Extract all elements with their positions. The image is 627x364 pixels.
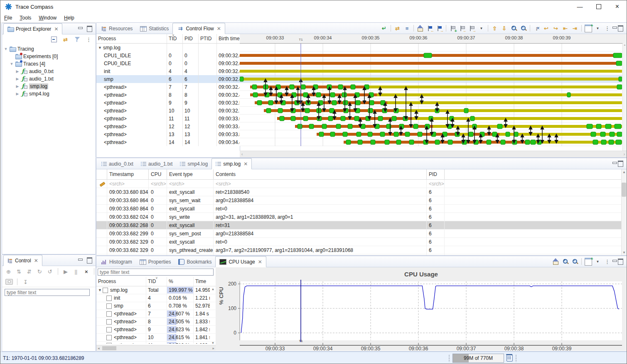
pause-button[interactable]: ||	[72, 267, 80, 276]
process-row-pthread-13[interactable]: <pthread>131309:00:33.8687	[96, 130, 240, 138]
more-button[interactable]: ⋮	[603, 257, 612, 266]
tree-item-experiments-0-[interactable]: Experiments [0]	[2, 53, 96, 60]
tree-item-smp.log[interactable]: ▶smp.log	[2, 83, 96, 90]
gantt-row[interactable]	[250, 93, 622, 97]
collapse-all-button[interactable]	[49, 35, 58, 44]
up-button[interactable]: ⇧	[490, 24, 499, 32]
prev-marker-button[interactable]: ←	[425, 24, 434, 32]
cpu-table-vertical-scrollbar[interactable]: ▲▼	[210, 287, 216, 345]
row-checkbox[interactable]	[106, 343, 112, 344]
expander-icon[interactable]: ▼	[10, 62, 14, 66]
close-icon[interactable]: ✕	[217, 26, 221, 32]
events-vertical-scrollbar[interactable]: ▲▼	[621, 169, 627, 255]
gantt-horizontal-scrollbar[interactable]: ‹›	[240, 151, 627, 157]
prev-bookmark-button[interactable]: ←	[458, 24, 467, 32]
zoom-in-button[interactable]: +	[561, 257, 570, 266]
column-header-process[interactable]: Process	[96, 277, 146, 286]
events-search-row[interactable]: <srch><srch><srch><srch><srch>	[96, 180, 627, 188]
refresh-button[interactable]: ↻	[36, 267, 44, 276]
cpu-usage-row[interactable]: <pthread>1124.512 %1.833 s	[96, 342, 216, 344]
row-checkbox[interactable]	[106, 327, 112, 332]
caret-button[interactable]: ▼	[593, 24, 602, 32]
process-row-CPU1_IDLE-0[interactable]: CPU1_IDLE0009:00:32.4789	[96, 51, 240, 59]
snapshot-button[interactable]	[5, 278, 13, 286]
close-icon[interactable]: ✕	[54, 26, 58, 32]
column-header-pid[interactable]: PID	[183, 34, 199, 43]
cpu-filter-input[interactable]	[98, 269, 214, 276]
expander-icon[interactable]: ▼	[4, 47, 8, 51]
menu-help[interactable]: Help	[60, 14, 78, 22]
tree-item-traces-4-[interactable]: ▼Traces [4]	[2, 60, 96, 68]
expander-icon[interactable]: ▶	[15, 84, 20, 88]
prev-event-button[interactable]: ⇤	[561, 24, 570, 32]
expander-icon[interactable]: ▶	[15, 69, 20, 73]
restore-view-button[interactable]: ↵	[380, 24, 388, 32]
process-row-smp-6[interactable]: smp6609:00:32.4760	[96, 75, 240, 83]
gantt-vertical-scrollbar[interactable]: ▴	[622, 43, 627, 151]
tree-item-audio_0.txt[interactable]: ▶audio_0.txt	[2, 68, 96, 75]
time-axis[interactable]: 09:00:3309:00:3409:00:3509:00:3609:00:37…	[240, 34, 627, 44]
zoom-out-button[interactable]: −	[519, 24, 528, 32]
link-editor-button[interactable]: ⇄	[61, 35, 70, 44]
play-button[interactable]: ▶	[61, 267, 69, 276]
search-field[interactable]: <srch>	[214, 180, 427, 188]
event-row[interactable]: 09:00:33.682 329 6030sys_pthread_createa…	[96, 246, 627, 254]
cpu-usage-row[interactable]: <pthread>824.505 %1.833 s	[96, 318, 216, 326]
process-row-init-4[interactable]: init4409:00:32.4760	[96, 67, 240, 75]
search-field[interactable]: <srch>	[149, 180, 167, 188]
tree-item-tracing[interactable]: ▼Tracing	[2, 45, 96, 53]
event-row[interactable]: 09:00:33.680 864 7860exit_syscallret=06	[96, 205, 627, 213]
minimize-window-button[interactable]: —	[570, 0, 589, 13]
event-row[interactable]: 09:00:33.682 024 4330sys_writearg2=31, a…	[96, 213, 627, 221]
tab-properties[interactable]: Properties	[136, 257, 175, 267]
tab-smp-log[interactable]: smp.log✕	[211, 158, 252, 169]
maximize-view-icon[interactable]	[618, 259, 623, 265]
view-menu-button[interactable]: +	[584, 24, 593, 32]
maximize-view-icon[interactable]	[618, 161, 623, 167]
tab-bookmarks[interactable]: Bookmarks	[175, 257, 215, 267]
tab-control-flow[interactable]: ⇉Control Flow✕	[172, 23, 225, 34]
tree-item-audio_1.txt[interactable]: ▶audio_1.txt	[2, 75, 96, 83]
column-header-tid[interactable]: TID∨	[167, 34, 183, 43]
cpu-usage-row[interactable]: ▼smp.logTotal199.997 %14.959 s	[96, 286, 216, 294]
process-row-smp.log[interactable]: ▼smp.log	[96, 44, 240, 51]
next-event-button[interactable]: ⇥	[570, 24, 579, 32]
gantt-canvas[interactable]	[240, 44, 622, 146]
cpu-usage-row[interactable]: <pthread>724.607 %1.84 s	[96, 310, 216, 318]
row-checkbox[interactable]	[103, 288, 108, 293]
cpu-table-horizontal-scrollbar[interactable]: ◂▸	[96, 345, 216, 351]
tab-resources[interactable]: Resources	[98, 24, 136, 34]
column-header-contents[interactable]: Contents	[214, 169, 427, 179]
maximize-view-icon[interactable]	[87, 257, 92, 264]
home-button[interactable]	[416, 24, 425, 32]
column-header-tid[interactable]: TID∨	[146, 277, 167, 286]
gantt-row[interactable]	[240, 53, 622, 58]
column-header-pid[interactable]: PID	[427, 169, 445, 179]
event-row[interactable]: 09:00:33.682 352 8670sched_wakeuppthread…	[96, 254, 627, 255]
search-field[interactable]: <srch>	[107, 180, 149, 188]
align-views-button[interactable]: ⇄	[393, 24, 402, 32]
search-field[interactable]: <srch>	[427, 180, 445, 188]
new-connection-button[interactable]: ⊕	[5, 267, 12, 276]
gantt-row[interactable]	[255, 100, 622, 105]
gantt-row[interactable]	[277, 116, 622, 121]
disconnect-button[interactable]: ⇵	[25, 267, 33, 276]
tab-control[interactable]: Control ✕	[3, 255, 42, 266]
process-row-CPU0_IDLE-0[interactable]: CPU0_IDLE0009:00:32.4800	[96, 59, 240, 67]
cpu-usage-row[interactable]: smp60.708 %52.978 m	[96, 302, 216, 310]
hide-arrows-button[interactable]: ↕×	[532, 24, 541, 32]
maximize-window-button[interactable]	[589, 0, 608, 13]
manage-button[interactable]: ↺	[46, 267, 54, 276]
next-bookmark-button[interactable]: →	[467, 24, 476, 32]
tab-cpu-usage[interactable]: CPU Usage✕	[215, 256, 266, 267]
search-field[interactable]: <srch>	[167, 180, 214, 188]
close-icon[interactable]: ✕	[258, 259, 262, 265]
column-header-ptid[interactable]: PTID	[199, 34, 217, 43]
cpu-usage-row[interactable]: <pthread>924.623 %1.842 s	[96, 326, 216, 334]
cpu-usage-row[interactable]: init40.016 %1.221 m	[96, 294, 216, 302]
expander-icon[interactable]: ▶	[15, 92, 20, 96]
event-row[interactable]: 09:00:33.680 864 7860sys_sem_waitarg0=21…	[96, 196, 627, 205]
view-menu-button[interactable]: +	[584, 257, 593, 266]
cpu-chart-canvas[interactable]: 010020009:00:3309:00:3409:00:3509:00:360…	[216, 280, 625, 351]
gantt-row[interactable]	[317, 132, 622, 137]
